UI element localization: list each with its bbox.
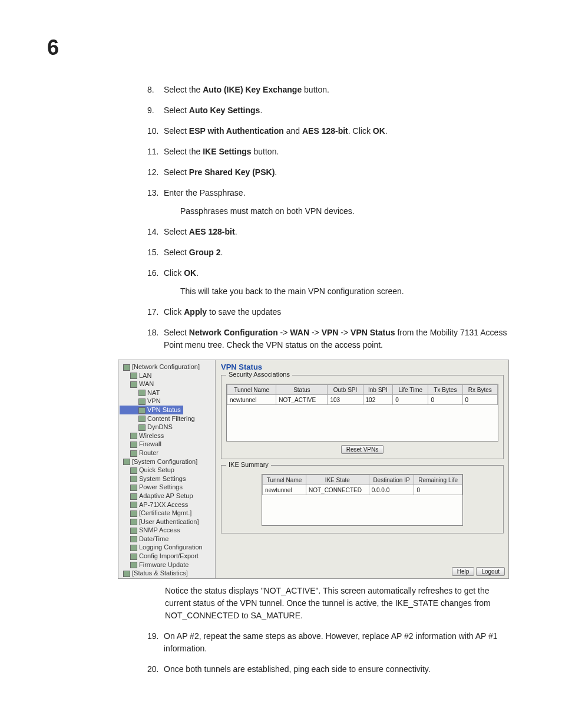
step-item: 10.Select ESP with Authentication and AE… — [147, 125, 509, 137]
tree-item[interactable]: Quick Setup — [120, 466, 214, 475]
tree-icon — [123, 571, 130, 577]
step-subtext: This will take you back to the main VPN … — [180, 285, 509, 298]
tree-item[interactable]: Logging Configuration — [120, 543, 214, 552]
step-item: 15.Select Group 2. — [147, 246, 509, 259]
vpn-status-screenshot: [Network Configuration]LANWANNATVPNVPN S… — [118, 360, 509, 579]
tree-icon — [138, 398, 146, 405]
table-header: Status — [276, 385, 328, 395]
step-number: 19. — [147, 630, 164, 655]
tree-icon — [130, 493, 137, 500]
tree-item[interactable]: [Network Configuration] — [120, 363, 214, 371]
tree-item[interactable]: [User Authentication] — [120, 518, 214, 526]
step-number: 11. — [147, 146, 164, 158]
table-header: Tx Bytes — [428, 385, 462, 395]
tree-item[interactable]: Wireless — [120, 431, 214, 440]
step-number: 13. — [147, 187, 164, 218]
tree-item[interactable]: NAT — [120, 388, 214, 397]
tree-item[interactable]: Power Settings — [120, 483, 214, 492]
tree-item[interactable]: Date/Time — [120, 535, 214, 543]
chapter-number: 6 — [47, 35, 509, 60]
tree-icon — [130, 510, 137, 517]
logout-button[interactable]: Logout — [476, 567, 505, 576]
tree-item[interactable]: [Certificate Mgmt.] — [120, 509, 214, 518]
tree-item[interactable]: VPN Status — [120, 406, 183, 414]
step-item: 17.Click Apply to save the updates — [147, 306, 509, 318]
tree-item[interactable]: AP-71XX Access — [120, 500, 214, 509]
step-text: Select Network Configuration -> WAN -> V… — [164, 327, 509, 351]
step-item: 20.Once both tunnels are established, pi… — [147, 663, 509, 676]
tree-item[interactable]: Router — [120, 449, 214, 457]
help-button[interactable]: Help — [452, 567, 475, 576]
pane-title: VPN Status — [221, 363, 504, 371]
step-item: 13.Enter the Passphrase.Passphrases must… — [147, 187, 509, 218]
table-header: Tunnel Name — [227, 385, 276, 395]
step-subtext: Passphrases must match on both VPN devic… — [180, 205, 509, 218]
step-item: 16.Click OK.This will take you back to t… — [147, 267, 509, 298]
tree-item[interactable]: WAN — [120, 380, 214, 388]
ike-table: Tunnel NameIKE StateDestination IPRemain… — [262, 475, 462, 495]
step-item: 12.Select Pre Shared Key (PSK). — [147, 166, 509, 179]
table-cell: NOT_ACTIVE — [276, 395, 328, 405]
sa-table: Tunnel NameStatusOutb SPIInb SPILife Tim… — [227, 384, 498, 405]
tree-icon — [130, 381, 137, 388]
step-item: 19.On AP #2, repeat the same steps as ab… — [147, 630, 509, 655]
tree-icon — [138, 424, 146, 431]
tree-icon — [123, 364, 130, 371]
tree-item[interactable]: Content Filtering — [120, 414, 214, 423]
step-text: Once both tunnels are established, ping … — [164, 663, 509, 676]
step-item: 14.Select AES 128-bit. — [147, 226, 509, 238]
reset-vpns-button[interactable]: Reset VPNs — [341, 445, 384, 454]
tree-item[interactable]: Firewall — [120, 440, 214, 449]
step-number: 18. — [147, 327, 164, 351]
table-cell: 0 — [462, 395, 498, 405]
table-cell: NOT_CONNECTED — [306, 485, 369, 495]
step-number: 9. — [147, 104, 164, 117]
tree-item[interactable]: Adaptive AP Setup — [120, 492, 214, 500]
tree-item[interactable]: VPN — [120, 397, 214, 406]
tree-icon — [130, 485, 137, 491]
tree-icon — [123, 459, 130, 465]
step-text: Select the Auto (IKE) Key Exchange butto… — [164, 84, 509, 96]
tree-item[interactable]: DynDNS — [120, 423, 214, 431]
table-header: Inb SPI — [363, 385, 393, 395]
tree-icon — [130, 433, 137, 439]
table-header: Remaining Life — [414, 475, 462, 485]
step-number: 14. — [147, 226, 164, 238]
tree-icon — [130, 536, 137, 542]
step-text: Enter the Passphrase.Passphrases must ma… — [164, 187, 509, 218]
step-text: Select AES 128-bit. — [164, 226, 509, 238]
tree-item[interactable]: Config Import/Export — [120, 552, 214, 561]
table-header: Rx Bytes — [462, 385, 498, 395]
tree-item[interactable]: Firmware Update — [120, 561, 214, 569]
table-header: Destination IP — [369, 475, 414, 485]
tree-icon — [130, 502, 137, 508]
step-text: On AP #2, repeat the same steps as above… — [164, 630, 509, 655]
tree-item[interactable]: [System Configuration] — [120, 457, 214, 466]
table-cell: 0 — [414, 485, 462, 495]
tree-item[interactable]: LAN — [120, 371, 214, 380]
footer-buttons: Help Logout — [452, 567, 505, 576]
tree-icon — [130, 467, 137, 474]
tree-icon — [130, 528, 137, 534]
table-cell: 103 — [328, 395, 363, 405]
table-header: IKE State — [306, 475, 369, 485]
table-cell: 0 — [428, 395, 462, 405]
table-cell: 0 — [393, 395, 428, 405]
tree-icon — [130, 545, 137, 551]
step-text: Select Pre Shared Key (PSK). — [164, 166, 509, 179]
table-header: Life Time — [393, 385, 428, 395]
tree-icon — [130, 554, 137, 560]
step-number: 20. — [147, 663, 164, 676]
tree-item[interactable]: System Settings — [120, 475, 214, 483]
ike-summary-group: IKE Summary Tunnel NameIKE StateDestinat… — [221, 465, 504, 533]
step-text: Select Auto Key Settings. — [164, 104, 509, 117]
steps-list: 8.Select the Auto (IKE) Key Exchange but… — [147, 84, 509, 351]
tree-item[interactable]: [Status & Statistics] — [120, 569, 214, 578]
table-cell: 102 — [363, 395, 393, 405]
main-pane: VPN Status Security Associations Tunnel … — [216, 360, 508, 578]
tree-item[interactable]: SNMP Access — [120, 526, 214, 535]
step-item: 11.Select the IKE Settings button. — [147, 146, 509, 158]
group-title: Security Associations — [226, 371, 292, 378]
tree-icon — [130, 476, 137, 482]
tree-icon — [138, 407, 146, 414]
